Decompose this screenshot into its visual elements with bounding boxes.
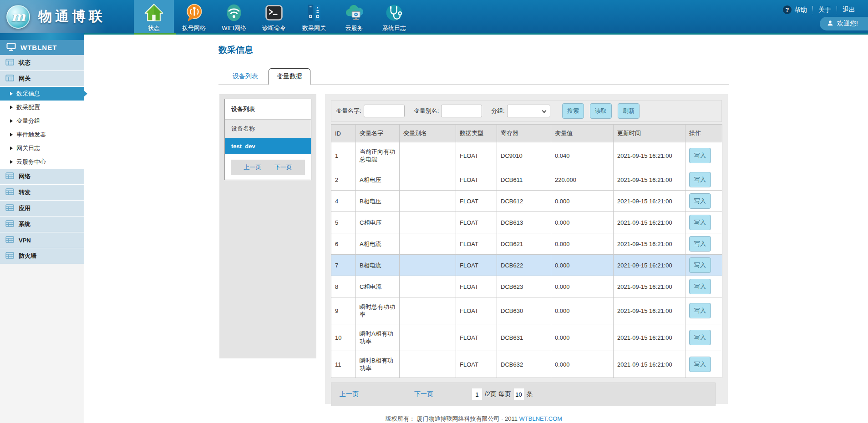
pager-info: /2页 每页 条 xyxy=(472,388,533,400)
nav-item-dial-network[interactable]: 拨号网络 xyxy=(174,0,214,33)
sidebar-item-cloud-service-center[interactable]: 云服务中心 xyxy=(0,155,84,169)
sidebar: WTBLNET 状态 网关 数采信息 数采配置 变量分组 xyxy=(0,33,84,423)
device-next-page-link[interactable]: 下一页 xyxy=(274,163,292,171)
nav-label: 诊断命令 xyxy=(262,24,286,32)
sidebar-item-firewall[interactable]: 防火墙 xyxy=(0,248,84,264)
syslog-stethoscope-icon xyxy=(384,2,405,23)
table-row[interactable]: 1 当前正向有功总电能 FLOAT DC9010 0.040 2021-09-1… xyxy=(331,142,722,169)
table-row[interactable]: 10 瞬时A相有功功率 FLOAT DCB631 0.000 2021-09-1… xyxy=(331,324,722,351)
write-button[interactable]: 写入 xyxy=(689,215,711,230)
application-window: m 物通博联 状态 拨号网络 WIFI网络 xyxy=(0,0,868,423)
search-button[interactable]: 搜索 xyxy=(562,103,584,119)
nav-item-cloud-service[interactable]: 云服务 xyxy=(334,0,374,33)
caret-right-icon xyxy=(10,160,13,164)
primary-nav: 状态 拨号网络 WIFI网络 诊断命令 xyxy=(134,0,414,33)
table-row[interactable]: 11 瞬时B相有功功率 FLOAT DCB632 0.000 2021-09-1… xyxy=(331,351,722,378)
write-button[interactable]: 写入 xyxy=(689,303,711,318)
welcome-text: 欢迎您! xyxy=(837,20,858,28)
sidebar-item-label: 数采信息 xyxy=(16,90,40,98)
grid-icon xyxy=(5,252,14,260)
gateway-icon xyxy=(304,2,325,23)
col-header-variable-value: 变量值 xyxy=(551,125,614,142)
top-right-area: ? 帮助 关于 退出 欢迎您! xyxy=(783,0,868,33)
prev-page-link[interactable]: 上一页 xyxy=(340,390,359,398)
write-button[interactable]: 写入 xyxy=(689,172,711,187)
sidebar-item-gateway[interactable]: 网关 xyxy=(0,71,84,87)
sidebar-item-vpn[interactable]: VPN xyxy=(0,232,84,248)
wifi-icon xyxy=(223,2,244,23)
sidebar-item-label: 应用 xyxy=(19,204,30,212)
table-row[interactable]: 9 瞬时总有功功率 FLOAT DCB630 0.000 2021-09-15 … xyxy=(331,297,722,324)
page-number-input[interactable] xyxy=(472,388,482,400)
sidebar-item-status[interactable]: 状态 xyxy=(0,55,84,71)
device-prev-page-link[interactable]: 上一页 xyxy=(244,163,261,171)
device-item-test-dev[interactable]: test_dev xyxy=(225,138,311,154)
nav-item-data-gateway[interactable]: 数采网关 xyxy=(294,0,334,33)
sidebar-title: WTBLNET xyxy=(20,44,57,51)
write-button[interactable]: 写入 xyxy=(689,330,711,345)
logout-link[interactable]: 退出 xyxy=(837,6,861,14)
variable-alias-input[interactable] xyxy=(441,105,482,117)
sidebar-item-network[interactable]: 网络 xyxy=(0,169,84,185)
table-row[interactable]: 5 C相电压 FLOAT DCB613 0.000 2021-09-15 16:… xyxy=(331,212,722,233)
sidebar-item-data-collection-config[interactable]: 数采配置 xyxy=(0,101,84,114)
sidebar-item-label: 网关日志 xyxy=(16,144,40,152)
col-header-data-type: 数据类型 xyxy=(456,125,497,142)
filter-bar: 变量名字: 变量别名: 分组: 搜索 读取 刷新 xyxy=(331,100,722,122)
write-button[interactable]: 写入 xyxy=(689,193,711,209)
refresh-button[interactable]: 刷新 xyxy=(618,103,640,119)
cloud-icon xyxy=(344,2,365,23)
nav-label: 拨号网络 xyxy=(182,24,206,32)
write-button[interactable]: 写入 xyxy=(689,148,711,163)
sidebar-item-forwarding[interactable]: 转发 xyxy=(0,185,84,201)
active-nav-marker xyxy=(134,33,176,35)
write-button[interactable]: 写入 xyxy=(689,279,711,294)
nav-item-system-log[interactable]: 系统日志 xyxy=(374,0,414,33)
table-row-selected[interactable]: 7 B相电流 FLOAT DCB622 0.000 2021-09-15 16:… xyxy=(331,255,722,276)
nav-label: 状态 xyxy=(148,24,160,32)
brand-logo-icon: m xyxy=(6,5,30,29)
divider xyxy=(219,375,316,375)
sidebar-item-system[interactable]: 系统 xyxy=(0,217,84,232)
table-row[interactable]: 6 A相电流 FLOAT DCB621 0.000 2021-09-15 16:… xyxy=(331,233,722,255)
sidebar-item-label: 变量分组 xyxy=(16,117,40,125)
sidebar-item-label: 网络 xyxy=(19,172,30,181)
monitor-icon xyxy=(6,43,16,52)
read-button[interactable]: 读取 xyxy=(590,103,612,119)
write-button[interactable]: 写入 xyxy=(689,236,711,252)
next-page-link[interactable]: 下一页 xyxy=(414,390,433,398)
variable-name-input[interactable] xyxy=(364,105,405,117)
sidebar-item-label: 网关 xyxy=(19,75,30,83)
sidebar-item-event-trigger[interactable]: 事件触发器 xyxy=(0,128,84,141)
sidebar-item-variable-group[interactable]: 变量分组 xyxy=(0,114,84,128)
table-row[interactable]: 2 A相电压 FLOAT DCB611 220.000 2021-09-15 1… xyxy=(331,169,722,191)
grid-icon xyxy=(5,188,14,196)
grid-icon xyxy=(5,220,14,228)
table-row[interactable]: 8 C相电流 FLOAT DCB623 0.000 2021-09-15 16:… xyxy=(331,276,722,297)
device-list-panel: 设备列表 设备名称 test_dev 上一页 下一页 xyxy=(224,99,311,180)
about-link[interactable]: 关于 xyxy=(812,6,837,14)
sidebar-item-application[interactable]: 应用 xyxy=(0,201,84,217)
group-label: 分组: xyxy=(491,107,505,115)
home-icon xyxy=(143,2,164,23)
write-button[interactable]: 写入 xyxy=(689,257,711,273)
sidebar-item-gateway-log[interactable]: 网关日志 xyxy=(0,141,84,155)
sidebar-gradient-cap xyxy=(0,33,84,40)
sidebar-item-data-collection-info[interactable]: 数采信息 xyxy=(0,87,84,101)
page-size-input[interactable] xyxy=(514,388,524,400)
device-list-column: 设备列表 设备名称 test_dev 上一页 下一页 xyxy=(219,94,316,375)
write-button[interactable]: 写入 xyxy=(689,357,711,372)
device-list-pager: 上一页 下一页 xyxy=(231,160,305,175)
table-row[interactable]: 4 B相电压 FLOAT DCB612 0.000 2021-09-15 16:… xyxy=(331,191,722,212)
col-header-operation: 操作 xyxy=(685,125,722,142)
nav-item-diagnostic-command[interactable]: 诊断命令 xyxy=(254,0,294,33)
tab-variable-data[interactable]: 变量数据 xyxy=(269,68,310,85)
nav-item-status[interactable]: 状态 xyxy=(134,0,174,33)
nav-item-wifi-network[interactable]: WIFI网络 xyxy=(214,0,254,33)
wtblnet-link[interactable]: WTBLNET.COM xyxy=(519,415,563,422)
tab-device-list[interactable]: 设备列表 xyxy=(225,69,266,84)
nav-label: 数采网关 xyxy=(302,24,326,32)
grid-icon xyxy=(5,236,14,244)
group-select[interactable] xyxy=(507,105,550,117)
help-link[interactable]: 帮助 xyxy=(789,6,812,14)
